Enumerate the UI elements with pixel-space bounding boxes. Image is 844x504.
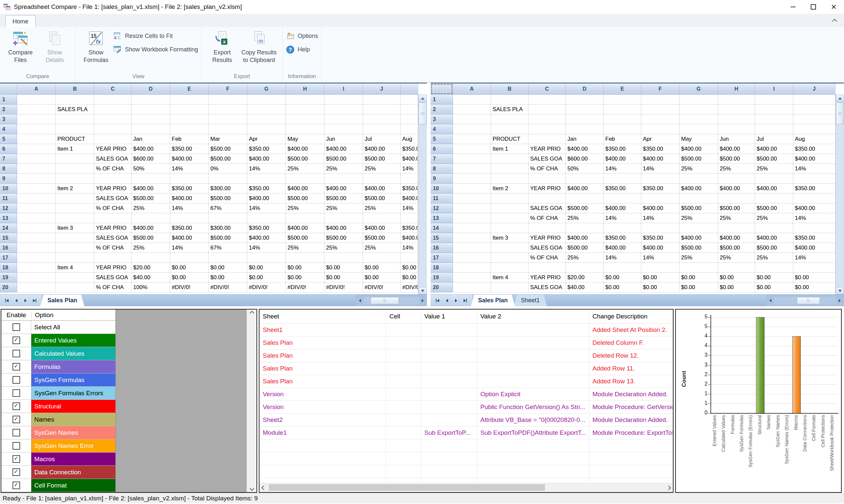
cell-E17[interactable]: 14%: [604, 253, 641, 263]
cell-I14[interactable]: [755, 223, 793, 233]
cell-I2[interactable]: [755, 105, 793, 114]
column-header-I[interactable]: I: [755, 84, 793, 95]
checkbox-checked[interactable]: ✓: [13, 363, 20, 371]
cell-B20[interactable]: [491, 283, 528, 292]
cell-H13[interactable]: [286, 213, 324, 223]
cell-F10[interactable]: $350.00: [641, 184, 680, 194]
cell-B15[interactable]: Item 3: [491, 233, 528, 243]
cell-G9[interactable]: [680, 174, 718, 184]
enable-checkbox-cell[interactable]: ✓: [1, 453, 31, 465]
column-header-I[interactable]: I: [324, 84, 363, 95]
cell-G18[interactable]: $0.00: [247, 263, 286, 273]
cell-D20[interactable]: $40.00: [566, 283, 604, 292]
row-header-17[interactable]: 17: [0, 253, 17, 263]
file1-vertical-scrollbar[interactable]: [418, 95, 427, 294]
checkbox-checked[interactable]: ✓: [13, 468, 20, 476]
checkbox-checked[interactable]: ✓: [13, 337, 20, 344]
option-row[interactable]: SysGen Formulas Errors: [1, 386, 115, 400]
cell-H8[interactable]: 25%: [718, 164, 755, 174]
column-header-D[interactable]: D: [566, 84, 604, 95]
cell-D8[interactable]: 50%: [566, 164, 604, 174]
cell-B3[interactable]: [56, 114, 94, 124]
cell-G13[interactable]: [247, 213, 286, 223]
cell-I19[interactable]: $0.00: [324, 273, 363, 283]
cell-F13[interactable]: [209, 213, 247, 223]
cell-C7[interactable]: SALES GOA: [94, 154, 131, 164]
compare-files-button[interactable]: Compare Files: [3, 28, 38, 64]
row-header-9[interactable]: 9: [0, 174, 17, 184]
cell-B14[interactable]: [491, 223, 528, 233]
cell-H7[interactable]: $500.00: [718, 154, 755, 164]
cell-J5[interactable]: Aug: [793, 134, 836, 144]
cell-D11[interactable]: [566, 194, 604, 203]
cell-E6[interactable]: $350.00: [604, 144, 641, 154]
cell-B10[interactable]: Item 2: [56, 184, 94, 194]
cell-D16[interactable]: 25%: [131, 243, 170, 253]
cell-A14[interactable]: [17, 223, 56, 233]
cell-K2[interactable]: [400, 105, 418, 114]
option-row[interactable]: SysGen Formulas: [1, 374, 115, 386]
cell-K4[interactable]: [400, 124, 418, 134]
select-all-corner[interactable]: [431, 84, 453, 95]
cell-J10[interactable]: $400.00: [363, 184, 400, 194]
cell-D13[interactable]: [131, 213, 170, 223]
cell-A15[interactable]: [453, 233, 491, 243]
cell-B1[interactable]: [56, 95, 94, 105]
cell-I5[interactable]: Jul: [755, 134, 793, 144]
cell-F16[interactable]: 67%: [209, 243, 247, 253]
cell-H16[interactable]: 25%: [286, 243, 324, 253]
option-row[interactable]: SysGen Names Error: [1, 439, 115, 453]
cell-I20[interactable]: $0.00: [755, 283, 793, 292]
cell-I10[interactable]: $400.00: [755, 184, 793, 194]
cell-A16[interactable]: [17, 243, 56, 253]
cell-C18[interactable]: [528, 263, 566, 273]
cell-A20[interactable]: [453, 283, 491, 292]
column-header-J[interactable]: J: [793, 84, 836, 95]
cell-J11[interactable]: [793, 194, 836, 203]
cell-B3[interactable]: [491, 114, 528, 124]
cell-G2[interactable]: [680, 105, 718, 114]
enable-checkbox-cell[interactable]: [1, 439, 31, 452]
result-row[interactable]: Sales PlanAdded Row 13.: [259, 375, 673, 388]
cell-C14[interactable]: [528, 223, 566, 233]
cell-J14[interactable]: [793, 223, 836, 233]
scroll-right-button[interactable]: [419, 297, 426, 305]
cell-F18[interactable]: [641, 263, 680, 273]
cell-H8[interactable]: 25%: [286, 164, 324, 174]
cell-F8[interactable]: 14%: [641, 164, 680, 174]
cell-I18[interactable]: $0.00: [324, 263, 363, 273]
cell-D19[interactable]: $40.00: [131, 273, 170, 283]
cell-H2[interactable]: [286, 105, 324, 114]
cell-I2[interactable]: [324, 105, 363, 114]
cell-D19[interactable]: $20.00: [566, 273, 604, 283]
cell-C6[interactable]: YEAR PRIO: [94, 144, 131, 154]
cell-B18[interactable]: Item 4: [56, 263, 94, 273]
cell-A5[interactable]: [17, 134, 56, 144]
cell-K3[interactable]: [400, 114, 418, 124]
enable-checkbox-cell[interactable]: ✓: [1, 400, 31, 413]
sheet-tab-sheet1[interactable]: Sheet1: [514, 295, 547, 306]
cell-H1[interactable]: [286, 95, 324, 105]
file2-horizontal-scrollbar[interactable]: [766, 295, 844, 306]
help-button[interactable]: ? Help: [286, 45, 318, 54]
cell-B19[interactable]: [56, 273, 94, 283]
result-row[interactable]: Sales PlanDeleted Row 12.: [259, 349, 673, 362]
cell-A13[interactable]: [453, 213, 491, 223]
cell-G15[interactable]: $400.00: [680, 233, 718, 243]
cell-D18[interactable]: $20.00: [131, 263, 170, 273]
cell-A15[interactable]: [17, 233, 56, 243]
row-header-3[interactable]: 3: [431, 114, 453, 124]
cell-J8[interactable]: 14%: [793, 164, 836, 174]
cell-G11[interactable]: [680, 194, 718, 203]
cell-G9[interactable]: [247, 174, 286, 184]
cell-G17[interactable]: 25%: [680, 253, 718, 263]
cell-H17[interactable]: [286, 253, 324, 263]
cell-H5[interactable]: May: [286, 134, 324, 144]
cell-G10[interactable]: $400.00: [680, 184, 718, 194]
result-row[interactable]: Sheet2Attribute VB_Base = "0{00020820-0.…: [259, 414, 673, 427]
cell-J17[interactable]: 14%: [793, 253, 836, 263]
cell-I19[interactable]: $0.00: [755, 273, 793, 283]
cell-E9[interactable]: [604, 174, 641, 184]
cell-H1[interactable]: [718, 95, 755, 105]
cell-D18[interactable]: [566, 263, 604, 273]
